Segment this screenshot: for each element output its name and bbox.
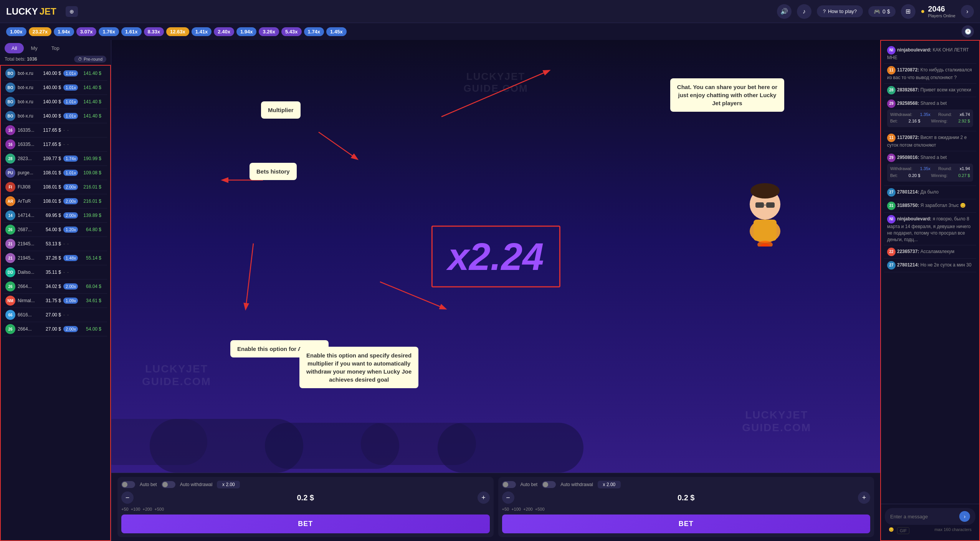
auto-withdrawal-toggle-1[interactable]: [162, 481, 175, 488]
multiplier-badge[interactable]: 23.27x: [29, 27, 52, 36]
gif-button[interactable]: GIF: [897, 527, 909, 534]
multiplier-badge[interactable]: 1.94x: [54, 27, 74, 36]
bet-row: 1414714...69.95 $2.00x139.89 $: [4, 208, 107, 223]
multiplier-badge[interactable]: 2.40x: [214, 27, 234, 36]
bet-win: -: [67, 270, 69, 275]
bet-multiplier: 1.01x: [63, 70, 78, 76]
bet-multiplier: 1.01x: [63, 170, 78, 176]
bet-value-2: 0.2 $: [517, 493, 855, 502]
auto-withdrawal-toggle-2[interactable]: [542, 481, 556, 488]
bet-row: 2121945...53.13 $--: [4, 237, 107, 251]
bet-multiplier: -: [63, 312, 65, 318]
bet-multiplier: -: [63, 142, 65, 147]
mult-input-2[interactable]: [598, 481, 621, 488]
clock-button[interactable]: 🕐: [962, 25, 974, 38]
auto-bet-toggle-2[interactable]: [502, 481, 516, 488]
bet-win: 54.00 $: [80, 326, 101, 332]
auto-bet-toggle-1[interactable]: [121, 481, 135, 488]
bet-amount: 108.01 $: [40, 170, 61, 175]
chat-message: 2727801214: Да было: [884, 186, 976, 199]
multiplier-badge[interactable]: 1.74x: [304, 27, 324, 36]
clouds: [111, 396, 880, 473]
bet-row: ARArTuR108.01 $2.00x216.01 $: [4, 194, 107, 208]
bet-minus-1[interactable]: −: [121, 491, 134, 504]
multiplier-badge[interactable]: 1.94x: [236, 27, 257, 36]
bet-label: Bet:: [890, 173, 898, 179]
chat-message: 3131885750: Я заработал 3тыс 😊: [884, 199, 976, 213]
multiplier-badge[interactable]: 3.07x: [76, 27, 97, 36]
bet-multiplier: 2.00x: [63, 212, 78, 218]
bet-value-1: 0.2 $: [137, 493, 474, 502]
multiplier-badge[interactable]: 5.43x: [281, 27, 302, 36]
bet-row: NMNirmal...31.75 $1.09x34.61 $: [4, 294, 107, 308]
multiplier-badge[interactable]: 1.61x: [121, 27, 142, 36]
bet-username: 21945...: [18, 255, 38, 261]
chat-toolbar: 😊 GIF max 160 characters: [885, 525, 975, 536]
bet-multiplier: 1.09x: [63, 298, 78, 304]
bet-amount: 53.13 $: [40, 241, 61, 247]
chat-username: 11720872:: [897, 135, 921, 141]
chat-input[interactable]: [890, 514, 956, 519]
multiplier-badge[interactable]: 12.63x: [166, 27, 189, 36]
bet-plus-2[interactable]: +: [858, 491, 870, 504]
grid-button[interactable]: ⊞: [901, 4, 916, 19]
header: LUCKYJET ⊕ 🔊 ♪ ? How to play? 🎮 0 $ ⊞ ● …: [0, 0, 980, 23]
multiplier-badge[interactable]: 3.26x: [259, 27, 279, 36]
move-icon[interactable]: ⊕: [66, 6, 78, 17]
chat-username: 31885750:: [897, 203, 921, 208]
max-chars-label: max 160 characters: [934, 527, 972, 534]
avatar: 14: [5, 210, 15, 220]
bet-win: -: [67, 142, 69, 147]
chat-message: 1111720872: Кто нибудь сталкивался из ва…: [884, 64, 976, 84]
bet-username: bot-x.ru: [18, 85, 38, 90]
bet-win: 139.89 $: [80, 213, 101, 218]
bet-amount: 140.00 $: [40, 85, 61, 90]
bet-row: BObot-x.ru140.00 $1.01x141.40 $: [4, 109, 107, 123]
tab-all[interactable]: All: [5, 43, 24, 53]
multiplier-badge[interactable]: 8.33x: [144, 27, 164, 36]
app-wrapper: LUCKYJET ⊕ 🔊 ♪ ? How to play? 🎮 0 $ ⊞ ● …: [0, 0, 980, 541]
bet-button-2[interactable]: BET: [502, 515, 871, 533]
bet-val: 2.16 $: [909, 118, 921, 124]
withdrawal-val: 1.35x: [920, 166, 930, 172]
chat-user-badge: NI: [887, 46, 896, 55]
multiplier-badge[interactable]: 1.00x: [6, 27, 26, 36]
chat-input-area: › 😊 GIF max 160 characters: [881, 504, 979, 540]
mult-input-1[interactable]: [217, 481, 240, 488]
bet-multiplier: 2.00x: [63, 326, 78, 332]
logo: LUCKYJET: [6, 6, 56, 17]
chat-message-text: Я заработал 3тыс 😊: [921, 203, 966, 208]
multiplier-badge[interactable]: 1.41x: [192, 27, 212, 36]
bet-button-1[interactable]: BET: [121, 515, 490, 533]
bet-minus-2[interactable]: −: [502, 491, 514, 504]
chat-send-button[interactable]: ›: [959, 511, 970, 522]
how-to-play-button[interactable]: ? How to play?: [817, 5, 863, 17]
sound-button[interactable]: 🔊: [777, 4, 792, 19]
avatar: NM: [5, 296, 15, 306]
logo-lucky: LUCKY: [6, 6, 38, 17]
bet-amount: 37.26 $: [40, 255, 61, 261]
multiplier-badge[interactable]: 1.45x: [326, 27, 347, 36]
main-body: All My Top Total bets: 1036 ⏱ Pre-round …: [0, 40, 980, 541]
right-panel: NIninjaboulevard: КАК ОНИ ЛЕТЯТ МНЕ11117…: [880, 40, 980, 541]
quick-amounts-1: +50 +100 +200 +500: [121, 507, 490, 511]
avatar: BO: [5, 97, 15, 107]
multiplier-display: x2.24: [431, 225, 560, 287]
tab-my[interactable]: My: [24, 43, 44, 53]
music-button[interactable]: ♪: [797, 4, 811, 19]
annotation-bets-history-text: Bets history: [256, 168, 290, 175]
balance-display[interactable]: 🎮 0 $: [868, 6, 895, 17]
bet-plus-1[interactable]: +: [478, 491, 490, 504]
chat-user-badge: 31: [887, 202, 896, 210]
annotation-multiplier-text: Multiplier: [268, 107, 294, 113]
total-bets-label: Total bets: 1036: [5, 56, 37, 62]
auto-bet-label-2: Auto bet: [521, 482, 538, 487]
nav-arrow-button[interactable]: ›: [961, 5, 974, 18]
character: [734, 170, 796, 247]
round-val: x6.74: [960, 112, 970, 117]
tab-top[interactable]: Top: [45, 43, 66, 53]
chat-username: 29258568:: [897, 101, 921, 106]
players-label: Players Online: [928, 13, 955, 18]
multiplier-badge[interactable]: 1.76x: [99, 27, 119, 36]
bet-row: PUpurge...108.01 $1.01x109.08 $: [4, 166, 107, 180]
